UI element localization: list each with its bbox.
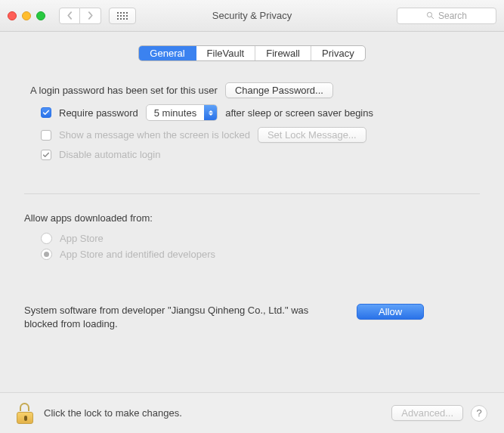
- blocked-software-message: System software from developer "Jiangsu …: [24, 304, 342, 330]
- check-icon: [42, 151, 50, 159]
- back-button[interactable]: [59, 8, 80, 24]
- search-placeholder: Search: [438, 11, 467, 21]
- require-password-delay-select[interactable]: 5 minutes: [146, 104, 218, 121]
- tab-privacy[interactable]: Privacy: [311, 46, 365, 60]
- help-button[interactable]: ?: [471, 405, 487, 422]
- show-all-prefs-button[interactable]: [109, 8, 136, 24]
- require-password-checkbox[interactable]: [41, 107, 51, 118]
- set-lock-message-button: Set Lock Message...: [258, 127, 366, 143]
- require-password-label: Require password: [59, 107, 138, 119]
- radio-appstore-dev[interactable]: [41, 249, 52, 260]
- disable-auto-login-label: Disable automatic login: [59, 149, 160, 160]
- login-intro-text: A login password has been set for this u…: [30, 85, 218, 96]
- show-message-label: Show a message when the screen is locked: [59, 129, 250, 141]
- forward-button[interactable]: [80, 8, 101, 24]
- titlebar: Security & Privacy Search: [0, 0, 504, 32]
- show-message-checkbox[interactable]: [41, 130, 51, 141]
- search-input[interactable]: Search: [397, 8, 496, 24]
- grid-icon: [117, 12, 128, 20]
- tab-filevault[interactable]: FileVault: [196, 46, 255, 60]
- change-password-button[interactable]: Change Password...: [225, 82, 333, 98]
- allow-button[interactable]: Allow: [357, 304, 424, 320]
- divider: [24, 193, 480, 194]
- lock-icon[interactable]: [17, 403, 35, 424]
- svg-line-1: [431, 17, 434, 19]
- require-password-suffix: after sleep or screen saver begins: [225, 107, 373, 119]
- zoom-window-button[interactable]: [36, 11, 45, 20]
- advanced-button[interactable]: Advanced...: [391, 405, 463, 421]
- radio-appstore[interactable]: [41, 233, 52, 244]
- svg-point-0: [427, 12, 431, 17]
- check-icon: [42, 109, 50, 116]
- lock-text: Click the lock to make changes.: [44, 407, 182, 419]
- content-area: General FileVault Firewall Privacy A log…: [0, 45, 504, 330]
- disable-auto-login-checkbox[interactable]: [41, 150, 51, 160]
- blocked-software-row: System software from developer "Jiangsu …: [24, 304, 480, 330]
- radio-appstore-dev-label: App Store and identified developers: [60, 249, 215, 260]
- tab-bar: General FileVault Firewall Privacy: [24, 45, 480, 61]
- nav-buttons: [59, 8, 101, 24]
- download-heading: Allow apps downloaded from:: [24, 212, 480, 224]
- select-chevron-icon: [204, 105, 217, 120]
- radio-appstore-label: App Store: [60, 233, 104, 244]
- traffic-lights: [8, 11, 45, 20]
- close-window-button[interactable]: [8, 11, 17, 20]
- minimize-window-button[interactable]: [22, 11, 31, 20]
- require-password-delay-value: 5 minutes: [147, 107, 204, 119]
- footer: Click the lock to make changes. Advanced…: [0, 392, 504, 433]
- search-icon: [426, 11, 434, 20]
- tab-general[interactable]: General: [139, 46, 195, 60]
- login-section: A login password has been set for this u…: [24, 82, 480, 160]
- download-section: Allow apps downloaded from: App Store Ap…: [24, 212, 480, 260]
- tab-firewall[interactable]: Firewall: [255, 46, 311, 60]
